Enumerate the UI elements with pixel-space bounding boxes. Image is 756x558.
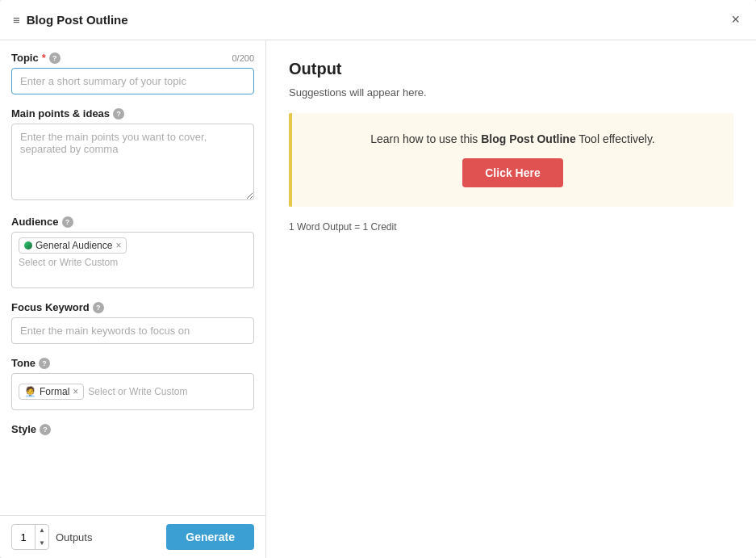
topic-label-row: Topic * ? 0/200: [11, 52, 254, 64]
main-points-textarea[interactable]: [11, 124, 254, 200]
modal-title: Blog Post Outline: [27, 13, 128, 27]
output-title: Output: [289, 60, 733, 78]
info-box: Learn how to use this Blog Post Outline …: [289, 113, 733, 207]
tone-label-row: Tone ?: [11, 357, 254, 369]
audience-help-icon[interactable]: ?: [62, 216, 73, 228]
audience-tag-label: General Audience: [36, 240, 112, 251]
outputs-stepper[interactable]: ▲ ▼: [11, 524, 49, 550]
generate-button[interactable]: Generate: [166, 524, 254, 550]
outputs-value-input[interactable]: [12, 531, 35, 543]
audience-placeholder: Select or Write Custom: [19, 257, 247, 268]
focus-keyword-help-icon[interactable]: ?: [93, 302, 104, 313]
style-label-left: Style ?: [11, 423, 51, 435]
topic-char-count: 0/200: [232, 53, 254, 63]
audience-tag-row: General Audience ×: [19, 237, 247, 254]
left-footer: ▲ ▼ Outputs Generate: [0, 515, 265, 558]
main-points-help-icon[interactable]: ?: [113, 108, 124, 120]
tone-label: Tone: [11, 357, 36, 369]
info-text-before: Learn how to use this: [370, 132, 481, 145]
menu-icon: ≡: [13, 13, 20, 27]
tone-tag-formal: 🧑‍💼 Formal ×: [19, 384, 84, 400]
tone-tag-label: Formal: [40, 386, 69, 397]
tone-input-box[interactable]: 🧑‍💼 Formal × Select or Write Custom: [11, 373, 254, 410]
main-points-label: Main points & ideas: [11, 107, 110, 120]
focus-keyword-label-row: Focus Keyword ?: [11, 301, 254, 313]
modal-header: ≡ Blog Post Outline ×: [0, 0, 756, 40]
audience-label: Audience: [11, 216, 59, 228]
stepper-up-button[interactable]: ▲: [36, 524, 48, 537]
topic-required-star: *: [42, 52, 46, 64]
audience-tag-remove-button[interactable]: ×: [115, 241, 121, 250]
audience-tag-general: General Audience ×: [19, 237, 127, 254]
tone-help-icon[interactable]: ?: [39, 358, 50, 369]
credit-text: 1 Word Output = 1 Credit: [289, 221, 733, 233]
focus-keyword-label-left: Focus Keyword ?: [11, 301, 104, 313]
modal-body: Topic * ? 0/200 Main points & ideas ?: [0, 40, 756, 558]
tone-tag-icon: 🧑‍💼: [24, 386, 36, 397]
main-points-label-left: Main points & ideas ?: [11, 107, 124, 120]
focus-keyword-label: Focus Keyword: [11, 301, 90, 313]
audience-label-row: Audience ?: [11, 216, 254, 228]
style-help-icon[interactable]: ?: [40, 424, 51, 435]
audience-tag-input-box[interactable]: General Audience × Select or Write Custo…: [11, 232, 254, 288]
main-points-field-group: Main points & ideas ?: [11, 107, 254, 203]
click-here-button[interactable]: Click Here: [462, 158, 562, 187]
info-text-after: Tool effectively.: [576, 132, 655, 145]
stepper-down-button[interactable]: ▼: [36, 537, 48, 550]
topic-help-icon[interactable]: ?: [49, 52, 61, 64]
style-label: Style: [11, 423, 36, 435]
left-panel: Topic * ? 0/200 Main points & ideas ?: [0, 40, 266, 558]
style-field-group: Style ?: [11, 423, 254, 435]
audience-label-left: Audience ?: [11, 216, 73, 228]
focus-keyword-input[interactable]: [11, 317, 254, 344]
focus-keyword-field-group: Focus Keyword ?: [11, 301, 254, 344]
tone-label-left: Tone ?: [11, 357, 50, 369]
tone-field-group: Tone ? 🧑‍💼 Formal × Select or Write Cust…: [11, 357, 254, 410]
left-scroll-area: Topic * ? 0/200 Main points & ideas ?: [0, 40, 265, 515]
header-left: ≡ Blog Post Outline: [13, 13, 128, 27]
topic-label-left: Topic * ?: [11, 52, 61, 64]
suggestions-text: Suggestions will appear here.: [289, 86, 733, 99]
tone-placeholder: Select or Write Custom: [88, 386, 187, 397]
right-panel: Output Suggestions will appear here. Lea…: [266, 40, 756, 558]
main-points-label-row: Main points & ideas ?: [11, 107, 254, 120]
tone-tag-remove-button[interactable]: ×: [73, 387, 78, 396]
topic-field-group: Topic * ? 0/200: [11, 52, 254, 94]
audience-field-group: Audience ? General Audience × Sele: [11, 216, 254, 288]
info-tool-name: Blog Post Outline: [481, 132, 575, 145]
topic-input[interactable]: [11, 68, 254, 94]
audience-tag-dot: [24, 241, 32, 250]
stepper-arrows: ▲ ▼: [35, 524, 48, 550]
style-label-row: Style ?: [11, 423, 254, 435]
topic-label: Topic: [11, 52, 39, 64]
close-button[interactable]: ×: [728, 8, 743, 31]
outputs-label: Outputs: [56, 531, 160, 543]
info-box-text: Learn how to use this Blog Post Outline …: [370, 132, 655, 145]
modal-container: ≡ Blog Post Outline × Topic * ? 0/200: [0, 0, 756, 558]
